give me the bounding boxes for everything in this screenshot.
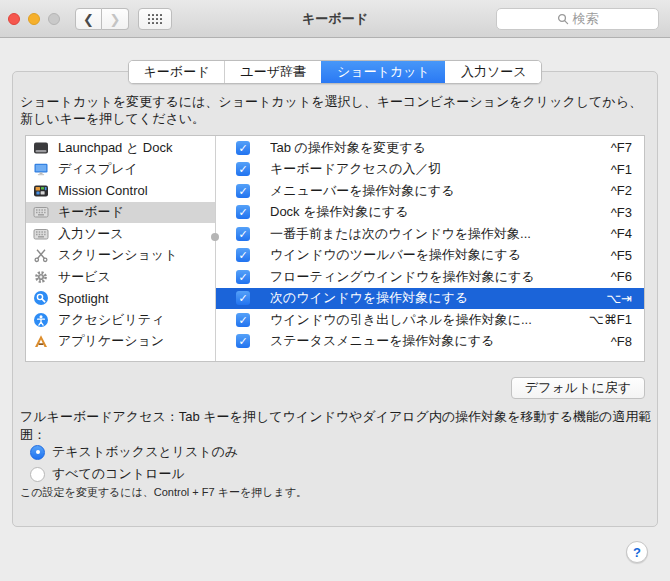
services-icon	[33, 269, 49, 285]
tab-3[interactable]: 入力ソース	[445, 61, 542, 83]
screenshot-icon	[33, 247, 49, 263]
back-button[interactable]: ❮	[75, 8, 102, 30]
shortcut-row[interactable]: ✓Dock を操作対象にする^F3	[216, 202, 644, 224]
tab-0[interactable]: キーボード	[129, 61, 225, 83]
help-button[interactable]: ?	[626, 541, 648, 563]
sidebar-item-keyboard[interactable]: キーボード	[26, 202, 215, 224]
search-icon	[557, 13, 569, 25]
checkbox-checked-icon[interactable]: ✓	[236, 334, 250, 348]
nav-buttons: ❮ ❯	[75, 8, 129, 30]
shortcut-list: ✓Tab の操作対象を変更する^F7✓キーボードアクセスの入／切^F1✓メニュー…	[216, 136, 644, 361]
sidebar-item-label: Spotlight	[58, 291, 109, 306]
keyboard-icon	[33, 204, 49, 220]
show-all-button[interactable]	[138, 8, 172, 30]
radio-selected-icon[interactable]	[30, 445, 45, 460]
display-icon	[33, 161, 49, 177]
sidebar-item-spotlight[interactable]: Spotlight	[26, 288, 215, 310]
shortcut-key-combo[interactable]: ^F2	[611, 183, 632, 198]
shortcut-label: Tab の操作対象を変更する	[270, 139, 601, 157]
sidebar-item-accessibility[interactable]: アクセシビリティ	[26, 309, 215, 331]
shortcut-key-combo[interactable]: ^F7	[611, 140, 632, 155]
shortcut-row[interactable]: ✓キーボードアクセスの入／切^F1	[216, 159, 644, 181]
checkbox-checked-icon[interactable]: ✓	[236, 227, 250, 241]
applications-icon	[33, 333, 49, 349]
sidebar-item-label: Launchpad と Dock	[58, 139, 173, 157]
title-bar: ❮ ❯ キーボード 検索	[0, 0, 670, 38]
radio-option-all-controls[interactable]: すべてのコントロール	[30, 465, 185, 483]
sidebar-item-screenshot[interactable]: スクリーンショット	[26, 245, 215, 267]
shortcut-label: ウインドウのツールバーを操作対象にする	[270, 246, 601, 264]
checkbox-checked-icon[interactable]: ✓	[236, 205, 250, 219]
search-input[interactable]: 検索	[496, 8, 659, 30]
checkbox-checked-icon[interactable]: ✓	[236, 184, 250, 198]
sidebar-item-label: キーボード	[58, 203, 124, 221]
shortcut-row[interactable]: ✓次のウインドウを操作対象にする⌥⇥	[216, 288, 644, 310]
shortcut-key-combo[interactable]: ^F8	[611, 334, 632, 349]
sidebar-item-display[interactable]: ディスプレイ	[26, 159, 215, 181]
sidebar-item-label: アプリケーション	[58, 332, 164, 350]
shortcut-key-combo[interactable]: ^F4	[611, 226, 632, 241]
shortcut-key-combo[interactable]: ^F3	[611, 205, 632, 220]
shortcut-label: ステータスメニューを操作対象にする	[270, 332, 601, 350]
sidebar-item-label: Mission Control	[58, 183, 148, 198]
full-keyboard-access-label: フルキーボードアクセス：Tab キーを押してウインドウやダイアログ内の操作対象を…	[20, 408, 652, 444]
tab-1[interactable]: ユーザ辞書	[224, 61, 321, 83]
shortcut-label: 一番手前または次のウインドウを操作対象...	[270, 225, 601, 243]
shortcut-row[interactable]: ✓ウインドウの引き出しパネルを操作対象に...⌥⌘F1	[216, 309, 644, 331]
shortcut-key-combo[interactable]: ^F5	[611, 248, 632, 263]
shortcut-row[interactable]: ✓メニューバーを操作対象にする^F2	[216, 180, 644, 202]
shortcut-label: フローティングウインドウを操作対象にする	[270, 268, 601, 286]
radio-option-text-boxes[interactable]: テキストボックスとリストのみ	[30, 443, 238, 461]
sidebar-item-mission-control[interactable]: Mission Control	[26, 180, 215, 202]
checkbox-checked-icon[interactable]: ✓	[236, 270, 250, 284]
checkbox-checked-icon[interactable]: ✓	[236, 313, 250, 327]
shortcut-row[interactable]: ✓ウインドウのツールバーを操作対象にする^F5	[216, 245, 644, 267]
category-list: Launchpad と DockディスプレイMission Controlキーボ…	[26, 136, 216, 361]
launchpad-dock-icon	[33, 140, 49, 156]
close-button[interactable]	[8, 13, 20, 25]
sidebar-item-applications[interactable]: アプリケーション	[26, 331, 215, 353]
sidebar-item-services[interactable]: サービス	[26, 266, 215, 288]
checkbox-checked-icon[interactable]: ✓	[236, 291, 250, 305]
pane-splitter-handle[interactable]	[211, 233, 219, 241]
sidebar-item-input-source[interactable]: 入力ソース	[26, 223, 215, 245]
shortcut-row[interactable]: ✓一番手前または次のウインドウを操作対象...^F4	[216, 223, 644, 245]
forward-button: ❯	[102, 8, 129, 30]
restore-defaults-button[interactable]: デフォルトに戻す	[511, 377, 645, 399]
zoom-button	[48, 13, 60, 25]
minimize-button[interactable]	[28, 13, 40, 25]
sidebar-item-launchpad-dock[interactable]: Launchpad と Dock	[26, 137, 215, 159]
window-title: キーボード	[200, 0, 470, 38]
sidebar-item-label: ディスプレイ	[58, 160, 138, 178]
shortcut-key-combo[interactable]: ^F1	[611, 162, 632, 177]
shortcut-label: ウインドウの引き出しパネルを操作対象に...	[270, 311, 579, 329]
accessibility-icon	[33, 312, 49, 328]
sidebar-item-label: 入力ソース	[58, 225, 124, 243]
shortcut-key-combo[interactable]: ⌥⇥	[606, 291, 632, 306]
radio-label: テキストボックスとリストのみ	[52, 443, 238, 461]
shortcut-key-combo[interactable]: ^F6	[611, 269, 632, 284]
shortcut-key-combo[interactable]: ⌥⌘F1	[589, 312, 632, 327]
checkbox-checked-icon[interactable]: ✓	[236, 162, 250, 176]
setting-note: この設定を変更するには、Control + F7 キーを押します。	[20, 485, 307, 500]
tab-2[interactable]: ショートカット	[321, 61, 445, 83]
tab-bar: キーボードユーザ辞書ショートカット入力ソース	[0, 60, 670, 84]
radio-unselected-icon[interactable]	[30, 467, 45, 482]
mission-control-icon	[33, 183, 49, 199]
input-source-icon	[33, 226, 49, 242]
shortcut-row[interactable]: ✓ステータスメニューを操作対象にする^F8	[216, 331, 644, 353]
grid-icon	[148, 14, 163, 25]
checkbox-checked-icon[interactable]: ✓	[236, 141, 250, 155]
checkbox-checked-icon[interactable]: ✓	[236, 248, 250, 262]
shortcut-row[interactable]: ✓Tab の操作対象を変更する^F7	[216, 137, 644, 159]
spotlight-icon	[33, 290, 49, 306]
shortcut-label: メニューバーを操作対象にする	[270, 182, 601, 200]
shortcut-row[interactable]: ✓フローティングウインドウを操作対象にする^F6	[216, 266, 644, 288]
radio-label: すべてのコントロール	[52, 465, 185, 483]
sidebar-item-label: スクリーンショット	[58, 246, 177, 264]
sidebar-item-label: サービス	[58, 268, 111, 286]
shortcuts-panel: Launchpad と DockディスプレイMission Controlキーボ…	[25, 135, 645, 362]
instruction-text: ショートカットを変更するには、ショートカットを選択し、キーコンビネーションをクリ…	[20, 93, 654, 127]
sidebar-item-label: アクセシビリティ	[58, 311, 164, 329]
search-placeholder: 検索	[573, 10, 599, 28]
